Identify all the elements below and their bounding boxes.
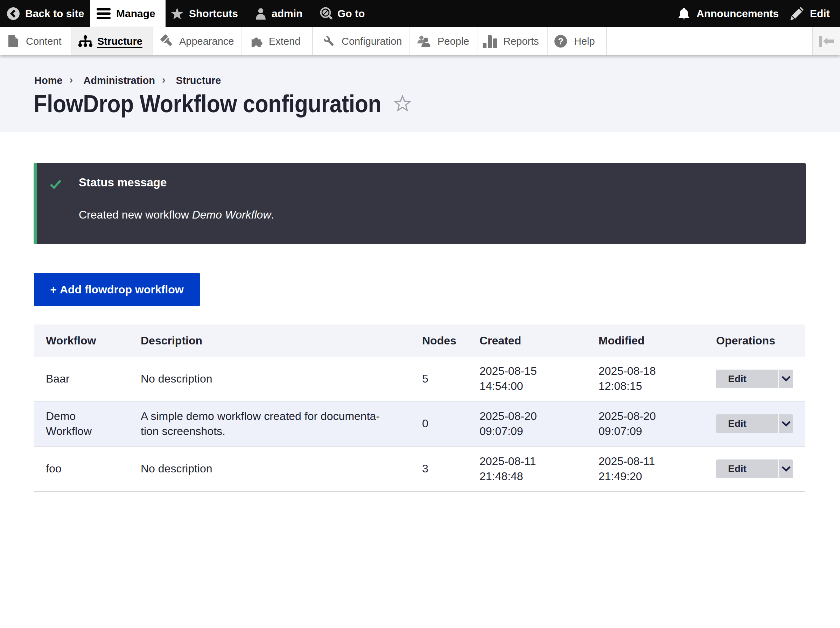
svg-text:?: ? (558, 36, 564, 47)
